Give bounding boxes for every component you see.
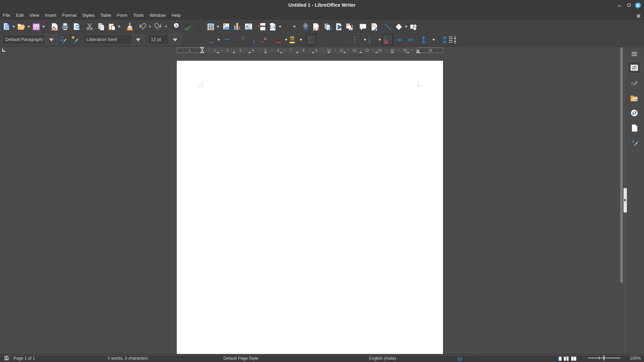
svg-text:3: 3 <box>369 41 370 44</box>
svg-text:Ω: Ω <box>284 23 291 31</box>
svg-text:2: 2 <box>242 36 244 40</box>
svg-text:[i]: [i] <box>328 26 331 30</box>
svg-text:2: 2 <box>253 40 255 44</box>
svg-text:A: A <box>277 37 280 42</box>
svg-text:a: a <box>175 23 177 28</box>
svg-text:U: U <box>210 37 213 43</box>
svg-text:A: A <box>631 81 634 86</box>
svg-text:x: x <box>250 37 252 42</box>
svg-text:ab: ab <box>290 37 294 41</box>
svg-text:B: B <box>187 37 191 43</box>
svg-text:x: x <box>239 38 241 43</box>
svg-text:S: S <box>225 37 229 43</box>
svg-text:¶: ¶ <box>196 23 200 31</box>
svg-text:1: 1 <box>317 27 319 31</box>
svg-text:I: I <box>200 37 202 43</box>
